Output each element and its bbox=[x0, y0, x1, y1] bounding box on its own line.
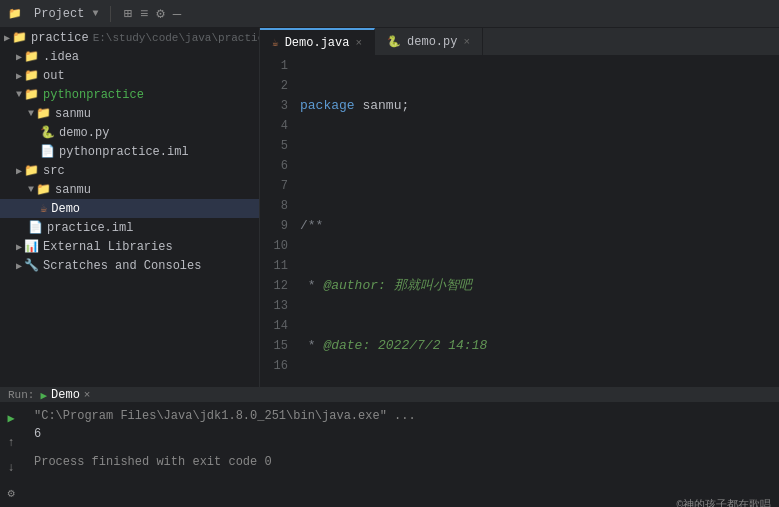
sidebar-label-demopy: demo.py bbox=[59, 126, 109, 140]
sidebar-item-ext-libs[interactable]: ▶ 📊 External Libraries bbox=[0, 237, 259, 256]
ln-14: 14 bbox=[268, 316, 288, 336]
ln-4: 4 bbox=[268, 116, 288, 136]
close-tab-java[interactable]: × bbox=[355, 37, 362, 49]
ext-libs-icon: 📊 bbox=[24, 239, 39, 254]
sidebar-item-practice[interactable]: ▶ 📁 practice E:\study\code\java\practice bbox=[0, 28, 259, 47]
sidebar-item-src[interactable]: ▶ 📁 src bbox=[0, 161, 259, 180]
sidebar-label-sanmu-py: sanmu bbox=[55, 107, 91, 121]
code-area[interactable]: package sanmu; /** * @author: 那就叫小智吧 * @… bbox=[296, 56, 779, 387]
run-output: "C:\Program Files\Java\jdk1.8.0_251\bin\… bbox=[26, 403, 779, 507]
code-line-3: /** bbox=[300, 216, 775, 236]
sidebar-item-demo-java[interactable]: ☕ Demo bbox=[0, 199, 259, 218]
run-tab-close[interactable]: × bbox=[84, 389, 91, 401]
folder-icon: 📁 bbox=[24, 163, 39, 178]
arrow-icon: ▶ bbox=[16, 241, 22, 253]
arrow-expanded-icon: ▼ bbox=[16, 89, 22, 100]
tab-demo-java[interactable]: ☕ Demo.java × bbox=[260, 28, 375, 56]
line-numbers: 1 2 3 4 5 6 7 8 9 10 11 12 13 14 15 16 bbox=[260, 56, 296, 387]
run-down-button[interactable]: ↓ bbox=[0, 457, 22, 479]
arrow-icon: ▶ bbox=[16, 51, 22, 63]
arrow-icon: ▶ bbox=[4, 32, 10, 44]
folder-icon: 📁 bbox=[36, 106, 51, 121]
editor-content[interactable]: 1 2 3 4 5 6 7 8 9 10 11 12 13 14 15 16 p… bbox=[260, 56, 779, 387]
ln-8: 8 bbox=[268, 196, 288, 216]
run-layout: ▶ ↑ ↓ ⚙ ≡ "C:\Program Files\Java\jdk1.8.… bbox=[0, 403, 779, 507]
sidebar-label-demo-java: Demo bbox=[51, 202, 80, 216]
project-icon: 📁 bbox=[8, 7, 22, 20]
watermark: ©神的孩子都在歌唱 CSDN @神的孩子都在歌唱 bbox=[643, 497, 771, 507]
ln-6: 6 bbox=[268, 156, 288, 176]
sidebar-item-pythonpractice[interactable]: ▼ 📁 pythonpractice bbox=[0, 85, 259, 104]
ln-11: 11 bbox=[268, 256, 288, 276]
close-tab-py[interactable]: × bbox=[463, 36, 470, 48]
sidebar-item-sanmu-py[interactable]: ▼ 📁 sanmu bbox=[0, 104, 259, 123]
python-file-icon: 🐍 bbox=[40, 125, 55, 140]
sidebar-label-idea: .idea bbox=[43, 50, 79, 64]
java-tab-icon: ☕ bbox=[272, 36, 279, 49]
semicolon: ; bbox=[401, 96, 409, 116]
toolbar-sep-1 bbox=[110, 6, 111, 22]
watermark-line1: ©神的孩子都在歌唱 bbox=[643, 497, 771, 507]
sidebar-item-idea[interactable]: ▶ 📁 .idea bbox=[0, 47, 259, 66]
arrow-expanded-icon: ▼ bbox=[28, 108, 34, 119]
editor-area: ☕ Demo.java × 🐍 demo.py × 1 2 3 4 5 6 7 … bbox=[260, 28, 779, 387]
toolbar-project-label[interactable]: Project bbox=[34, 7, 84, 21]
sidebar-item-scratches[interactable]: ▶ 🔧 Scratches and Consoles bbox=[0, 256, 259, 275]
sidebar-label-sanmu-java: sanmu bbox=[55, 183, 91, 197]
comment-star-5: * bbox=[300, 336, 323, 356]
kw-package: package bbox=[300, 96, 355, 116]
ln-3: 3 bbox=[268, 96, 288, 116]
code-line-5: * @date: 2022/7/2 14:18 bbox=[300, 336, 775, 356]
toolbar-icon-list[interactable]: ≡ bbox=[140, 6, 148, 22]
comment-date-val: 2022/7/2 14:18 bbox=[370, 336, 487, 356]
sidebar-label-iml-py: pythonpractice.iml bbox=[59, 145, 189, 159]
sidebar-label-practice-iml: practice.iml bbox=[47, 221, 133, 235]
code-line-1: package sanmu; bbox=[300, 96, 775, 116]
scratches-icon: 🔧 bbox=[24, 258, 39, 273]
arrow-icon: ▶ bbox=[16, 70, 22, 82]
run-tab-demo[interactable]: ▶ Demo × bbox=[40, 388, 90, 402]
sidebar-item-iml-py[interactable]: 📄 pythonpractice.iml bbox=[0, 142, 259, 161]
toolbar-icon-layout[interactable]: ⊞ bbox=[123, 5, 131, 22]
sidebar-item-sanmu-java[interactable]: ▼ 📁 sanmu bbox=[0, 180, 259, 199]
tab-label-demo-py: demo.py bbox=[407, 35, 457, 49]
sidebar-item-out[interactable]: ▶ 📁 out bbox=[0, 66, 259, 85]
comment-author-val: 那就叫小智吧 bbox=[386, 276, 472, 296]
run-spacer bbox=[34, 443, 771, 453]
comment-star-4: * bbox=[300, 276, 323, 296]
bottom-panel: Run: ▶ Demo × ▶ ↑ ↓ ⚙ ≡ "C:\Program File… bbox=[0, 387, 779, 507]
iml-file-icon2: 📄 bbox=[28, 220, 43, 235]
toolbar-icon-settings[interactable]: ⚙ bbox=[156, 5, 164, 22]
sidebar-label-src: src bbox=[43, 164, 65, 178]
sidebar: ▶ 📁 practice E:\study\code\java\practice… bbox=[0, 28, 260, 387]
folder-icon: 📁 bbox=[24, 49, 39, 64]
sidebar-item-demopy[interactable]: 🐍 demo.py bbox=[0, 123, 259, 142]
sidebar-label-ext-libs: External Libraries bbox=[43, 240, 173, 254]
tab-demo-py[interactable]: 🐍 demo.py × bbox=[375, 28, 483, 56]
run-play-button[interactable]: ▶ bbox=[0, 407, 22, 429]
toolbar-icon-minus[interactable]: — bbox=[173, 6, 181, 22]
run-up-button[interactable]: ↑ bbox=[0, 432, 22, 454]
cmd-line: "C:\Program Files\Java\jdk1.8.0_251\bin\… bbox=[34, 407, 771, 425]
ln-5: 5 bbox=[268, 136, 288, 156]
code-line-4: * @author: 那就叫小智吧 bbox=[300, 276, 775, 296]
run-controls: ▶ ↑ ↓ ⚙ ≡ bbox=[0, 403, 22, 507]
comment-start: /** bbox=[300, 216, 323, 236]
arrow-expanded-icon: ▼ bbox=[28, 184, 34, 195]
comment-author-tag: @author: bbox=[323, 276, 385, 296]
folder-icon: 📁 bbox=[12, 30, 27, 45]
run-settings-button[interactable]: ⚙ bbox=[0, 482, 22, 504]
run-tab-name: Demo bbox=[51, 388, 80, 402]
comment-date-tag: @date: bbox=[323, 336, 370, 356]
tab-label-demo-java: Demo.java bbox=[285, 36, 350, 50]
ln-2: 2 bbox=[268, 76, 288, 96]
ln-13: 13 bbox=[268, 296, 288, 316]
main-layout: ▶ 📁 practice E:\study\code\java\practice… bbox=[0, 28, 779, 387]
exit-line: Process finished with exit code 0 bbox=[34, 453, 771, 471]
sidebar-label-out: out bbox=[43, 69, 65, 83]
sidebar-item-practice-iml[interactable]: 📄 practice.iml bbox=[0, 218, 259, 237]
py-tab-icon: 🐍 bbox=[387, 35, 401, 48]
folder-icon: 📁 bbox=[24, 87, 39, 102]
sidebar-label-practice: practice bbox=[31, 31, 89, 45]
toolbar-dropdown-icon[interactable]: ▼ bbox=[92, 8, 98, 19]
